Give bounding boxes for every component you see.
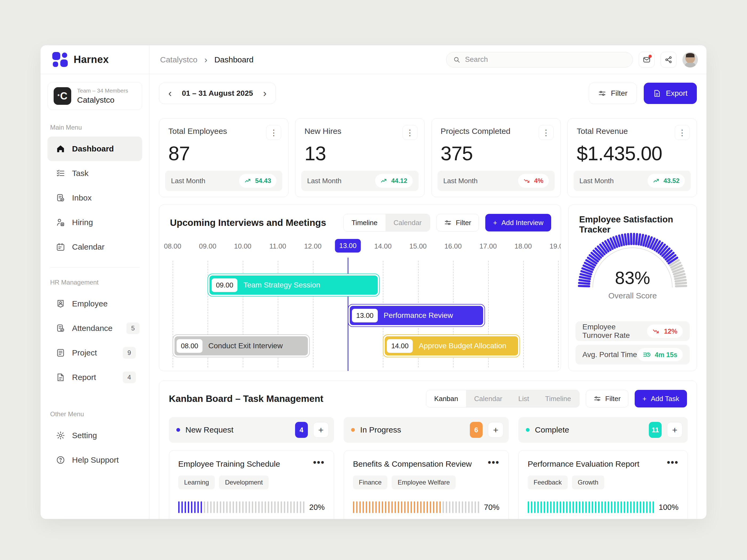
notification-dot xyxy=(648,55,652,58)
project-doc-icon xyxy=(56,348,65,357)
sidebar-item-dashboard[interactable]: Dashboard xyxy=(48,136,142,161)
gauge-score-label: Overall Score xyxy=(574,291,691,300)
metric-label: Avg. Portal Time xyxy=(583,350,637,359)
kanban-filter-button[interactable]: Filter xyxy=(586,390,628,407)
add-interview-button[interactable]: + Add Interview xyxy=(485,214,551,232)
tab-timeline[interactable]: Timeline xyxy=(344,214,386,231)
export-button[interactable]: Export xyxy=(644,83,697,104)
sidebar-item-attendance[interactable]: Attendance 5 xyxy=(48,316,142,341)
tab-list[interactable]: List xyxy=(510,390,537,407)
sidebar-item-project[interactable]: Project 9 xyxy=(48,341,142,365)
task-menu-button[interactable]: ••• xyxy=(667,459,678,465)
filter-sliders-icon xyxy=(444,219,452,226)
share-button[interactable] xyxy=(661,52,676,68)
app-frame: Harnex *C Team – 34 Members Catalystco M… xyxy=(41,45,706,519)
column-add-button[interactable]: + xyxy=(667,422,682,437)
column-add-button[interactable]: + xyxy=(488,422,504,437)
progress-label: 100% xyxy=(659,503,678,512)
sidebar-item-setting[interactable]: Setting xyxy=(48,423,142,448)
sidebar-item-hiring[interactable]: Hiring xyxy=(48,210,142,235)
team-members-label: Team – 34 Members xyxy=(77,87,128,94)
gauge-tick xyxy=(675,285,687,287)
timeline-event[interactable]: 14.00Approve Budget Allocation xyxy=(383,335,520,357)
stat-period-label: Last Month xyxy=(443,177,478,185)
filter-button-label: Filter xyxy=(456,219,471,227)
timeline-event[interactable]: 09.00Team Strategy Session xyxy=(208,274,380,296)
search-input[interactable] xyxy=(465,55,626,64)
trend-badge: 4% xyxy=(518,174,549,188)
column-name: Complete xyxy=(535,425,569,434)
date-next-button[interactable]: › xyxy=(262,88,267,99)
timeline-event[interactable]: 13.00Performance Review xyxy=(348,304,485,327)
task-title: Employee Training Schedule xyxy=(178,459,280,469)
main-area: Catalystco › Dashboard ‹ 01 – 31 Augu xyxy=(149,45,706,519)
sidebar-item-report[interactable]: Report 4 xyxy=(48,365,142,390)
sidebar-item-inbox[interactable]: Inbox xyxy=(48,186,142,210)
hour-label: 10.00 xyxy=(234,242,251,250)
mail-button[interactable] xyxy=(639,52,655,68)
progress-ticks xyxy=(178,501,304,513)
export-button-label: Export xyxy=(666,89,688,98)
gear-icon xyxy=(56,431,65,440)
trend-value: 4% xyxy=(534,177,543,185)
team-switcher[interactable]: *C Team – 34 Members Catalystco xyxy=(48,82,142,110)
stat-menu-button[interactable]: ⋮ xyxy=(403,125,417,140)
event-title: Team Strategy Session xyxy=(243,281,320,289)
tab-timeline[interactable]: Timeline xyxy=(537,390,579,407)
tag: Learning xyxy=(178,476,215,489)
sidebar-item-employee[interactable]: Employee xyxy=(48,291,142,316)
stat-period-label: Last Month xyxy=(579,177,614,185)
stat-menu-button[interactable]: ⋮ xyxy=(266,125,281,140)
column-add-button[interactable]: + xyxy=(313,422,329,437)
report-file-icon xyxy=(56,373,65,382)
progress-label: 20% xyxy=(309,503,325,512)
task-card[interactable]: Performance Evaluation Report ••• Feedba… xyxy=(518,450,688,519)
search-bar[interactable] xyxy=(446,52,633,68)
sidebar-menu: Main Menu Dashboard Task Inbox Hiring Ca… xyxy=(41,112,149,472)
progress-ticks xyxy=(528,501,654,513)
date-prev-button[interactable]: ‹ xyxy=(167,88,173,99)
filter-button[interactable]: Filter xyxy=(589,83,637,104)
task-menu-button[interactable]: ••• xyxy=(488,459,499,465)
help-icon xyxy=(56,455,65,464)
tab-kanban[interactable]: Kanban xyxy=(426,390,466,407)
trend-up-icon xyxy=(244,177,252,185)
sidebar-item-label: Task xyxy=(72,169,88,178)
task-menu-button[interactable]: ••• xyxy=(313,459,325,465)
task-card[interactable]: Employee Training Schedule ••• Learning … xyxy=(169,450,334,519)
timeline-event[interactable]: 08.00Conduct Exit Interview xyxy=(173,335,310,357)
task-card[interactable]: Benefits & Compensation Review ••• Finan… xyxy=(344,450,509,519)
hour-label: 18.00 xyxy=(514,242,532,250)
tab-calendar[interactable]: Calendar xyxy=(386,214,430,231)
sidebar-item-label: Report xyxy=(72,373,96,382)
sidebar-item-help-support[interactable]: Help Support xyxy=(48,448,142,472)
kanban-column-in-progress: In Progress 6 + Benefits & Compensation … xyxy=(344,417,509,519)
add-task-button[interactable]: + Add Task xyxy=(635,390,687,407)
stat-title: Total Revenue xyxy=(577,127,688,136)
timeline-filter-button[interactable]: Filter xyxy=(436,214,479,232)
stat-menu-button[interactable]: ⋮ xyxy=(539,125,553,140)
event-time-badge: 14.00 xyxy=(387,339,413,353)
hr-menu-label: HR Management xyxy=(50,279,142,286)
inbox-icon xyxy=(56,193,65,203)
user-avatar[interactable] xyxy=(682,52,698,68)
event-time-badge: 08.00 xyxy=(177,339,203,353)
gauge-tick xyxy=(633,233,635,245)
stat-card-total-revenue: Total Revenue ⋮ $1.435.00 Last Month 43.… xyxy=(567,118,697,197)
hour-label: 13.00 xyxy=(335,239,361,252)
breadcrumb-parent[interactable]: Catalystco xyxy=(160,55,198,64)
tab-calendar[interactable]: Calendar xyxy=(466,390,510,407)
employee-badge-icon xyxy=(56,299,65,308)
stat-menu-button[interactable]: ⋮ xyxy=(675,125,690,140)
sidebar-item-calendar[interactable]: Calendar xyxy=(48,235,142,259)
trend-value: 43.52 xyxy=(664,177,679,185)
sidebar-item-task[interactable]: Task xyxy=(48,161,142,186)
share-icon xyxy=(665,56,673,64)
gauge-tick xyxy=(630,233,632,245)
column-header: New Request 4 + xyxy=(169,417,334,443)
breadcrumb-chevron-icon: › xyxy=(204,54,207,65)
hiring-icon xyxy=(56,218,65,227)
stat-footer: Last Month 43.52 xyxy=(573,171,691,191)
sidebar-item-label: Inbox xyxy=(72,193,92,203)
team-logo-icon: *C xyxy=(54,87,71,105)
